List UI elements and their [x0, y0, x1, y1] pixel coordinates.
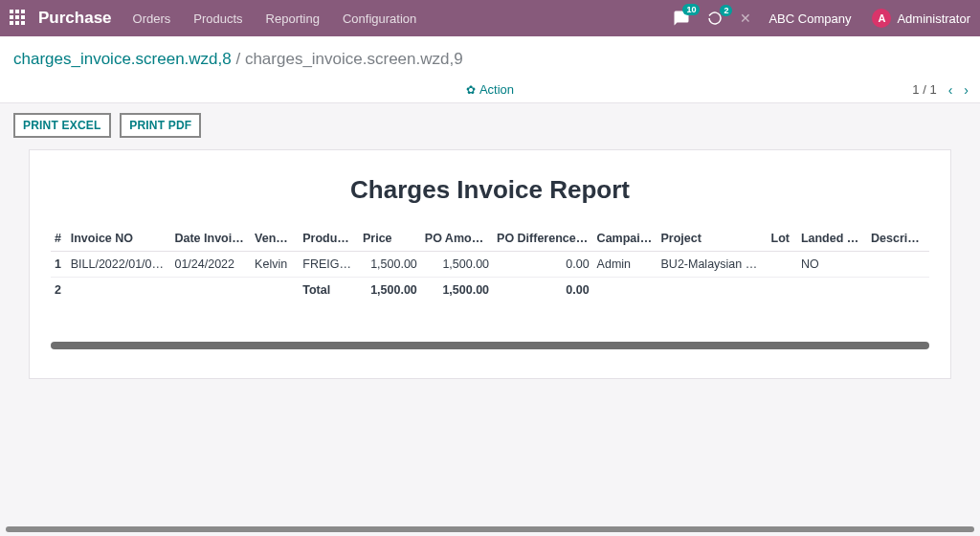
col-po-diff: PO Difference Amt — [493, 226, 593, 252]
breadcrumb-current: charges_invoice.screen.wzd,9 — [245, 50, 463, 68]
page-scrollbar[interactable] — [6, 526, 974, 532]
total-label: Total — [299, 278, 359, 303]
company-name[interactable]: ABC Company — [768, 11, 851, 26]
total-po-diff: 0.00 — [493, 278, 593, 303]
report-card: Charges Invoice Report # Invoice NO Date… — [29, 149, 951, 379]
table-total-row: 2 Total 1,500.00 1,500.00 0.00 — [51, 278, 929, 303]
pager-prev-icon[interactable]: ‹ — [948, 82, 953, 98]
action-label: Action — [479, 82, 514, 97]
breadcrumb: charges_invoice.screen.wzd,8 / charges_i… — [0, 36, 980, 77]
nav-orders[interactable]: Orders — [133, 11, 171, 26]
nav-products[interactable]: Products — [193, 11, 242, 26]
col-campaign: Campaign — [593, 226, 657, 252]
button-bar: PRINT EXCEL PRINT PDF — [0, 103, 980, 144]
avatar[interactable]: A — [872, 9, 891, 28]
col-landed-cost: Landed Cost — [797, 226, 867, 252]
col-date-invoiced: Date Invoiced — [170, 226, 251, 252]
col-description: Descripti… — [867, 226, 929, 252]
pager: 1 / 1 ‹ › — [912, 82, 969, 98]
table-header-row: # Invoice NO Date Invoiced Vend… Produ… … — [51, 226, 929, 252]
col-product: Produ… — [299, 226, 359, 252]
total-idx: 2 — [51, 278, 67, 303]
cell-vendor: Kelvin — [251, 252, 299, 278]
cell-po-diff: 0.00 — [493, 252, 593, 278]
cell-date-invoiced: 01/24/2022 — [170, 252, 251, 278]
col-project: Project — [657, 226, 768, 252]
table-scrollbar[interactable] — [51, 342, 929, 349]
cell-product: FREIGHT — [299, 252, 359, 278]
cell-price: 1,500.00 — [359, 252, 421, 278]
apps-icon[interactable] — [10, 10, 27, 27]
cell-lot — [768, 252, 797, 278]
col-idx: # — [51, 226, 67, 252]
col-po-amount: PO Amount — [421, 226, 493, 252]
col-invoice-no: Invoice NO — [67, 226, 171, 252]
col-vendor: Vend… — [251, 226, 299, 252]
table-row[interactable]: 1 BILL/2022/01/0010 01/24/2022 Kelvin FR… — [51, 252, 929, 278]
col-lot: Lot — [768, 226, 797, 252]
print-excel-button[interactable]: PRINT EXCEL — [13, 113, 111, 138]
activity-icon[interactable]: 2 — [707, 11, 723, 26]
chat-badge: 10 — [682, 4, 700, 15]
breadcrumb-sep: / — [232, 50, 245, 68]
pager-next-icon[interactable]: › — [964, 82, 969, 98]
action-bar: ✿Action 1 / 1 ‹ › — [0, 77, 980, 103]
cell-po-amount: 1,500.00 — [421, 252, 493, 278]
cell-project: BU2-Malaysian Mera… — [657, 252, 768, 278]
gear-icon: ✿ — [466, 83, 476, 97]
pager-position: 1 / 1 — [912, 82, 936, 97]
chat-icon[interactable]: 10 — [673, 10, 690, 27]
col-price: Price — [359, 226, 421, 252]
print-pdf-button[interactable]: PRINT PDF — [120, 113, 201, 138]
username[interactable]: Administrator — [897, 11, 970, 26]
cell-idx: 1 — [51, 252, 67, 278]
close-icon[interactable]: ✕ — [740, 11, 751, 26]
nav-reporting[interactable]: Reporting — [266, 11, 320, 26]
report-table: # Invoice NO Date Invoiced Vend… Produ… … — [51, 226, 929, 302]
report-title: Charges Invoice Report — [51, 175, 929, 205]
breadcrumb-link[interactable]: charges_invoice.screen.wzd,8 — [13, 50, 232, 68]
cell-campaign: Admin — [593, 252, 657, 278]
cell-invoice-no: BILL/2022/01/0010 — [67, 252, 171, 278]
total-price: 1,500.00 — [359, 278, 421, 303]
app-title[interactable]: Purchase — [38, 9, 112, 28]
total-po-amount: 1,500.00 — [421, 278, 493, 303]
action-dropdown[interactable]: ✿Action — [466, 82, 514, 97]
activity-badge: 2 — [720, 5, 732, 16]
cell-description — [867, 252, 929, 278]
top-nav: Purchase Orders Products Reporting Confi… — [0, 0, 980, 36]
cell-landed-cost: NO — [797, 252, 867, 278]
nav-configuration[interactable]: Configuration — [343, 11, 416, 26]
